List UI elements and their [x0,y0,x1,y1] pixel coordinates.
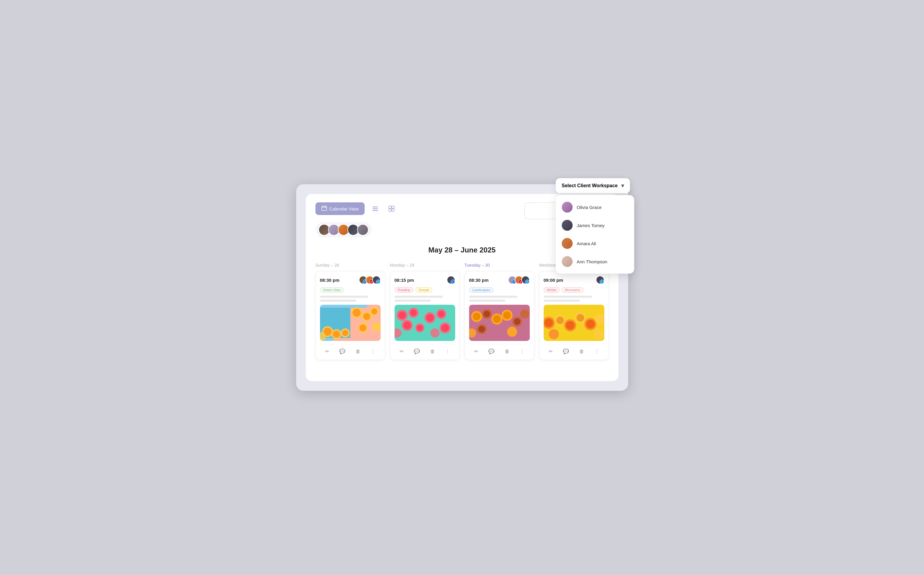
workspace-selector-label: Select Client Workspace [562,183,618,189]
text-line-2 [320,300,357,302]
svg-point-49 [473,313,480,321]
client-name-ann: Ann Thompson [577,259,607,264]
text-line-w2 [544,300,580,302]
text-lines-sunday [320,295,380,302]
svg-point-75 [548,329,559,340]
day-label-monday: Monday – 29 [390,263,460,268]
tw-badge-w: t [600,280,604,284]
day-column-tuesday: Tuesday – 30 08:30 pm f p [464,263,534,360]
more-button-tuesday[interactable]: ⋮ [517,347,527,356]
delete-button-monday[interactable]: 🗑 [428,347,437,356]
svg-rect-8 [389,206,391,208]
dropdown-item-ann[interactable]: Ann Thompson [556,253,634,271]
card-header-sunday: 08:30 pm f p t [320,276,380,284]
text-lines-monday [395,295,455,302]
card-header-tuesday: 08:30 pm f p t [469,276,530,284]
tag-green-view: Green View [320,287,344,293]
dropdown-container: Select Client Workspace ▾ Olivia Grace J… [556,178,634,273]
calendar-view-label: Calendar View [329,206,358,211]
calendar-view-button[interactable]: Calendar View [315,202,365,215]
text-line-1 [320,295,369,298]
workspace-dropdown-menu: Olivia Grace James Tomey Amara Ali Ann T… [556,195,634,273]
svg-point-42 [438,311,445,318]
text-line-m2 [395,300,431,302]
more-button-monday[interactable]: ⋮ [443,347,452,356]
card-avatar-t3: t [521,276,530,284]
card-avatars-wednesday: t [596,276,604,284]
svg-rect-4 [372,206,378,208]
card-time-tuesday: 08:30 pm [469,278,489,283]
comment-button-monday[interactable]: 💬 [411,347,422,356]
svg-point-65 [544,319,553,327]
workspace-selector-trigger[interactable]: Select Client Workspace ▾ [556,178,630,193]
more-button-wednesday[interactable]: ⋮ [592,347,602,356]
svg-point-76 [594,329,604,340]
card-actions-wednesday: ✏ 💬 🗑 ⋮ [544,344,604,356]
text-lines-wednesday [544,295,604,302]
tw-badge-t: t [525,280,529,284]
svg-point-40 [426,314,433,322]
comment-button-tuesday[interactable]: 💬 [486,347,497,356]
svg-point-44 [441,324,449,332]
card-time-wednesday: 09:00 pm [544,278,563,283]
text-line-w1 [544,295,592,298]
card-header-wednesday: 09:00 pm t [544,276,604,284]
edit-button-wednesday[interactable]: ✏ [546,347,555,356]
calendar-icon [322,205,327,212]
post-card-sunday: 08:30 pm f p t [315,271,385,360]
text-line-m1 [395,295,443,298]
card-header-monday: 08:15 pm f [395,276,455,284]
svg-rect-11 [392,209,394,211]
comment-button-sunday[interactable]: 💬 [337,347,348,356]
delete-button-tuesday[interactable]: 🗑 [502,347,512,356]
avatar-ann [562,256,573,267]
delete-button-sunday[interactable]: 🗑 [353,347,363,356]
card-avatars-tuesday: f p t [508,276,530,284]
svg-point-36 [403,322,411,329]
delete-button-wednesday[interactable]: 🗑 [577,347,586,356]
card-tags-monday: Roadtrip Sunset [395,287,455,293]
tag-sunset: Sunset [415,287,432,293]
svg-point-28 [359,324,366,331]
edit-button-tuesday[interactable]: ✏ [472,347,480,356]
edit-button-monday[interactable]: ✏ [397,347,406,356]
dropdown-item-amara[interactable]: Amara Ali [556,234,634,253]
avatar-olivia [562,202,573,213]
svg-point-57 [503,311,511,319]
list-view-button[interactable] [369,204,381,213]
card-image-monday [395,305,455,341]
avatar-james [562,220,573,231]
tag-landscapes: Landscapes [469,287,493,293]
dropdown-item-james[interactable]: James Tomey [556,216,634,234]
day-label-tuesday: Tuesday – 30 [464,263,534,268]
comment-button-wednesday[interactable]: 💬 [561,347,571,356]
svg-point-71 [576,314,584,322]
text-line-t1 [469,295,518,298]
grid-view-button[interactable] [386,204,397,213]
card-actions-tuesday: ✏ 💬 🗑 ⋮ [469,344,530,356]
post-card-monday: 08:15 pm f Roadtrip Sunset [390,271,460,360]
svg-point-22 [353,309,361,317]
chevron-down-icon: ▾ [621,183,624,189]
edit-button-sunday[interactable]: ✏ [323,347,331,356]
svg-point-55 [478,326,485,332]
tag-mountains: Mountains [561,287,583,293]
avatar-5[interactable] [357,224,369,235]
day-column-wednesday: Wednesday – 01 09:00 pm t Winter Mountai… [539,263,609,360]
tag-winter: Winter [544,287,560,293]
card-time-monday: 08:15 pm [395,278,414,283]
svg-rect-9 [392,206,394,208]
dropdown-item-olivia[interactable]: Olivia Grace [556,198,634,216]
more-button-sunday[interactable]: ⋮ [368,347,378,356]
day-label-sunday: Sunday – 28 [315,263,385,268]
days-grid: Sunday – 28 08:30 pm f p [315,263,609,360]
svg-point-69 [566,321,574,329]
fb-badge-m: f [451,280,455,284]
svg-rect-10 [389,209,391,211]
card-avatar-3: t [372,276,380,284]
tw-badge: t [376,280,380,284]
post-card-tuesday: 08:30 pm f p t [464,271,534,360]
text-lines-tuesday [469,295,530,302]
svg-rect-0 [322,206,326,211]
svg-point-67 [556,316,564,324]
